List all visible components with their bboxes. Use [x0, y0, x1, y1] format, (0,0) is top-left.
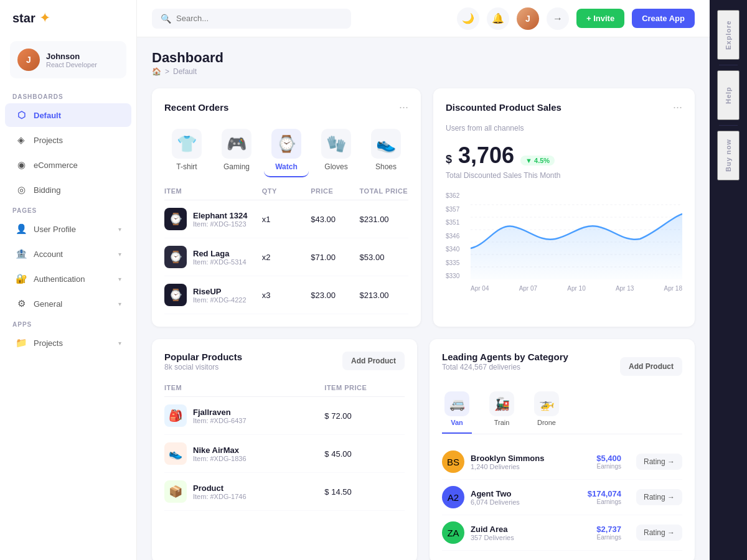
- agent-rating-button[interactable]: Rating →: [636, 525, 682, 541]
- chevron-down-icon: ▾: [118, 276, 121, 282]
- item-total: $231.00: [360, 215, 408, 224]
- general-icon: ⚙: [15, 297, 27, 310]
- tab-gloves[interactable]: 🧤 Gloves: [314, 124, 359, 177]
- sidebar-item-projects-app[interactable]: 📁 Projects ▾: [5, 331, 131, 355]
- tab-shoes[interactable]: 👟 Shoes: [364, 124, 408, 177]
- chart-y-labels: $362 $357 $351 $346 $340 $335 $330: [446, 192, 459, 279]
- gaming-tab-label: Gaming: [223, 162, 250, 171]
- agent-earnings-val: $174,074: [588, 489, 621, 498]
- orders-table: ITEM QTY PRICE TOTAL PRICE ⌚ Elephant 13…: [164, 187, 408, 314]
- sidebar-item-label: Projects: [34, 136, 63, 145]
- user-profile-icon: 👤: [15, 223, 27, 235]
- y-label: $330: [446, 273, 459, 279]
- sidebar-logo: star✦: [0, 0, 136, 36]
- discounted-sales-card: Discounted Product Sales ··· Users from …: [433, 88, 695, 327]
- gloves-tab-label: Gloves: [324, 162, 347, 171]
- agent-earnings-val: $2,737: [596, 525, 621, 534]
- item-total: $213.00: [360, 291, 408, 300]
- gaming-tab-icon: 🎮: [222, 129, 251, 159]
- sidebar-item-bidding[interactable]: ◎ Bidding: [5, 178, 131, 202]
- theme-toggle-button[interactable]: 🌙: [457, 7, 479, 30]
- drone-label: Drone: [537, 419, 556, 426]
- tab-tshirt[interactable]: 👕 T-shirt: [164, 124, 209, 177]
- agent-name: Brooklyn Simmons: [471, 454, 544, 463]
- tab-watch[interactable]: ⌚ Watch: [264, 124, 309, 177]
- create-app-button[interactable]: Create App: [632, 9, 695, 28]
- agents-add-product-button[interactable]: Add Product: [620, 357, 682, 376]
- sales-chart: $362 $357 $351 $346 $340 $335 $330: [446, 192, 682, 292]
- card-menu-icon[interactable]: ···: [399, 101, 408, 114]
- item-name: Elephant 1324: [193, 211, 247, 220]
- popular-products-header: Popular Products 8k social visitors Add …: [164, 352, 405, 381]
- agents-title-section: Leading Agents by Category Total 424,567…: [442, 352, 568, 381]
- page-title-section: Dashboard 🏠 > Default: [152, 50, 223, 76]
- sidebar-item-default[interactable]: ⬡ Default: [5, 103, 131, 127]
- item-image: ⌚: [164, 208, 187, 230]
- tshirt-tab-icon: 👕: [172, 129, 202, 159]
- table-row: ⌚ Elephant 1324 Item: #XDG-1523 x1 $43.0…: [164, 200, 408, 238]
- sidebar-item-projects[interactable]: ◈ Projects: [5, 128, 131, 152]
- item-qty: x3: [262, 291, 311, 300]
- notifications-button[interactable]: 🔔: [487, 7, 509, 30]
- page-area: Dashboard 🏠 > Default Recent Orders ··· …: [137, 37, 710, 560]
- chevron-down-icon: ▾: [118, 301, 121, 307]
- popular-products-subtitle: 8k social visitors: [164, 363, 242, 371]
- tshirt-tab-label: T-shirt: [176, 162, 197, 171]
- explore-button[interactable]: Explore: [717, 10, 740, 60]
- chart-x-labels: Apr 04 Apr 07 Apr 10 Apr 13 Apr 18: [471, 285, 682, 292]
- search-box[interactable]: 🔍: [152, 9, 351, 29]
- agent-rating-button[interactable]: Rating →: [636, 454, 682, 470]
- logo-text: star: [12, 11, 35, 26]
- user-name: Johnson: [46, 52, 97, 61]
- sidebar-item-label: Default: [34, 111, 61, 120]
- x-label: Apr 10: [567, 285, 585, 292]
- sidebar-item-label: Projects: [34, 338, 63, 348]
- product-image: 📦: [164, 480, 187, 503]
- item-details: Product Item: #XDG-1746: [193, 483, 247, 500]
- watch-tab-label: Watch: [275, 162, 298, 171]
- dashboard-grid: Recent Orders ··· 👕 T-shirt 🎮 Gaming ⌚ W…: [152, 88, 695, 327]
- right-panel: Explore Help Buy now: [710, 0, 747, 560]
- train-label: Train: [494, 419, 510, 426]
- sales-card-menu-icon[interactable]: ···: [673, 101, 682, 114]
- agent-tab-drone[interactable]: 🚁 Drone: [532, 391, 561, 434]
- agents-subtitle: Total 424,567 deliveries: [442, 363, 568, 371]
- agent-stat-earnings: $2,737 Earnings: [596, 525, 621, 541]
- invite-button[interactable]: + Invite: [576, 9, 624, 28]
- agent-row: ZA Zuid Area 357 Deliveries $2,737 Earni…: [442, 515, 682, 551]
- projects-app-icon: 📁: [15, 337, 27, 349]
- table-row: ⌚ RiseUP Item: #XDG-4222 x3 $23.00 $213.…: [164, 276, 408, 314]
- agent-stat-earnings: $174,074 Earnings: [588, 489, 621, 505]
- item-id: Item: #XDG-6437: [193, 417, 247, 424]
- agent-rating-button[interactable]: Rating →: [636, 489, 682, 505]
- add-product-button[interactable]: Add Product: [342, 352, 405, 370]
- tab-gaming[interactable]: 🎮 Gaming: [214, 124, 259, 177]
- agent-tab-van[interactable]: 🚐 Van: [442, 391, 472, 434]
- help-button[interactable]: Help: [717, 70, 740, 120]
- agent-stats: $2,737 Earnings Rating →: [596, 525, 682, 541]
- search-input[interactable]: [176, 14, 342, 23]
- buy-now-button[interactable]: Buy now: [717, 131, 740, 180]
- agent-name: Zuid Area: [471, 525, 514, 534]
- sidebar-item-account[interactable]: 🏦 Account ▾: [5, 242, 131, 266]
- agent-tab-train[interactable]: 🚂 Train: [487, 391, 517, 434]
- user-role: React Developer: [46, 61, 97, 68]
- sidebar-item-user-profile[interactable]: 👤 User Profile ▾: [5, 217, 131, 241]
- sidebar-item-general[interactable]: ⚙ General ▾: [5, 292, 131, 315]
- agent-deliveries: 1,240 Deliveries: [471, 463, 544, 470]
- x-label: Apr 18: [664, 285, 682, 292]
- sidebar-item-ecommerce[interactable]: ◉ eCommerce: [5, 153, 131, 177]
- agent-name: Agent Two: [471, 489, 520, 498]
- arrow-right-icon[interactable]: →: [547, 7, 569, 30]
- sidebar-item-authentication[interactable]: 🔐 Authentication ▾: [5, 267, 131, 291]
- logo-star-icon: ✦: [39, 10, 50, 26]
- header-avatar: J: [517, 7, 539, 30]
- col-price: ITEM PRICE: [324, 384, 405, 391]
- products-table-header: ITEM ITEM PRICE: [164, 384, 405, 397]
- avatar: J: [17, 49, 40, 71]
- recent-orders-card: Recent Orders ··· 👕 T-shirt 🎮 Gaming ⌚ W…: [152, 88, 421, 327]
- sidebar-user-card[interactable]: J Johnson React Developer: [10, 41, 126, 78]
- sidebar-item-label: Account: [34, 250, 63, 259]
- item-price: $ 14.50: [324, 487, 405, 497]
- item-info: ⌚ Red Laga Item: #XDG-5314: [164, 246, 262, 268]
